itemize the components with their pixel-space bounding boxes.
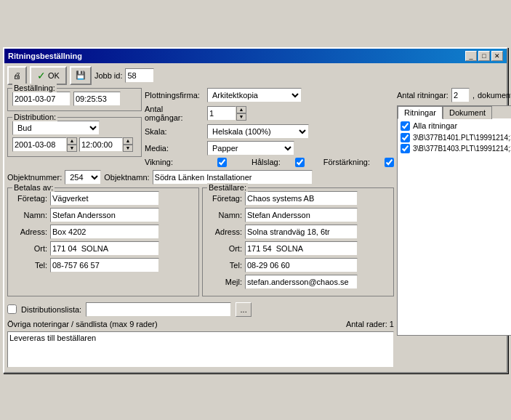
time-spin-down[interactable]: ▼ [123,145,133,152]
skala-label: Skala: [145,127,203,136]
betalas-namn-row: Namn: [12,208,194,222]
content-area: 🖨 ✓ OK 💾 Jobb id: Beställnin [4,63,507,372]
toolbar: 🖨 ✓ OK 💾 Jobb id: [7,66,504,85]
ovriga-textarea[interactable] [7,331,394,368]
ritning-item-1: 3\B\377B1401.PLT\19991214;135820 [401,133,511,142]
save-icon: 💾 [76,70,86,80]
save-button[interactable]: 💾 [70,66,92,85]
ok-label: OK [48,71,60,80]
time-spin-up[interactable]: ▲ [123,137,133,145]
skala-row: Skala: Helskala (100%) [145,124,394,139]
close-button[interactable]: ✕ [491,51,503,61]
alla-ritningar-checkbox[interactable] [401,121,410,131]
bestallare-adress-label: Adress: [207,227,242,236]
betalas-tel-input[interactable] [50,258,159,272]
dokument-comma: , [472,91,475,100]
distribution-time-input[interactable] [79,137,123,152]
betalas-ort-input[interactable] [50,241,159,256]
checkmark-icon: ✓ [37,70,46,81]
bestallare-ort-row: Ort: [207,241,389,256]
vikning-row: Vikning: Hålslag: Förstärkning: [145,158,394,167]
ritning-checkbox-1[interactable] [401,133,410,142]
bestallning-date-input[interactable] [12,92,71,106]
bestallare-mejl-input[interactable] [245,275,358,289]
ok-button[interactable]: ✓ OK [30,66,67,85]
maximize-button[interactable]: □ [478,51,490,61]
antal-ritningar-input[interactable] [451,88,470,102]
jobb-id-input[interactable] [125,68,154,83]
alla-ritningar-row: Alla ritningar [401,121,511,131]
print-icon: 🖨 [13,71,21,80]
date-spin-down[interactable]: ▼ [67,145,77,152]
bestallare-foretag-label: Företag: [207,194,242,203]
betalas-bestallare-section: Betalas av: Företag: Namn: Adress: [7,187,394,299]
media-row: Media: Papper [145,141,394,156]
bestallare-adress-row: Adress: [207,225,389,239]
betalas-namn-input[interactable] [50,208,159,222]
bestallare-tel-row: Tel: [207,258,389,272]
distributionslista-input[interactable] [86,302,231,317]
ritning-checkbox-2[interactable] [401,144,410,153]
main-area: Beställning: Distribution: Bud [7,88,504,369]
bestallare-foretag-row: Företag: [207,191,389,206]
tab-panel: Ritningar Dokument Alla ritningar 3\B\37… [397,105,511,336]
antal-omgangar-input[interactable] [207,106,236,121]
browse-button[interactable]: ... [236,302,252,317]
plottfirma-select[interactable]: Arkitektkopia [207,88,302,102]
bestallare-adress-input[interactable] [245,225,358,239]
vikning-checkbox[interactable] [217,158,227,167]
date-spin-up[interactable]: ▲ [67,137,77,145]
bestallare-tel-input[interactable] [245,258,358,272]
antal-rader-label: Antal rader: [346,320,387,328]
minimize-button[interactable]: _ [465,51,477,61]
omgangar-spin-up[interactable]: ▲ [236,106,246,113]
title-bar: Ritningsbeställning _ □ ✕ [4,49,507,63]
tab-ritningar[interactable]: Ritningar [398,106,443,119]
betalas-group-label: Betalas av: [12,183,55,192]
betalas-foretag-input[interactable] [50,191,159,206]
objektnamn-input[interactable] [153,170,313,185]
betalas-foretag-row: Företag: [12,191,194,206]
bestallning-label: Beställning: [12,84,57,92]
left-panel: Beställning: Distribution: Bud [7,88,394,369]
bestallare-foretag-input[interactable] [245,191,358,206]
distribution-type-select[interactable]: Bud [12,121,100,135]
bestallare-group: Beställare: Företag: Namn: Adress: [202,187,394,296]
ritning-path-2: 3\B\377B1403.PLT\19991214;132132 [413,145,511,153]
betalas-adress-label: Adress: [12,227,47,236]
bestallare-ort-input[interactable] [245,241,358,256]
jobb-id-label: Jobb id: [94,71,123,80]
betalas-adress-input[interactable] [50,225,159,239]
bestallning-time-input[interactable] [73,92,121,106]
media-select[interactable]: Papper [207,141,294,156]
bestallare-group-label: Beställare: [207,183,248,192]
plottning-section: Plottningsfirma: Arkitektkopia Antal omg… [145,88,394,167]
antal-ritningar-label: Antal ritningar: [397,91,448,100]
halslag-label: Hålslag: [252,158,281,166]
betalas-ort-label: Ort: [12,244,47,253]
tab-content-ritningar: Alla ritningar 3\B\377B1401.PLT\19991214… [398,118,511,335]
skala-select[interactable]: Helskala (100%) [207,124,309,139]
halslag-checkbox[interactable] [295,158,305,167]
bestallare-namn-label: Namn: [207,211,242,219]
bestallare-ort-label: Ort: [207,244,242,253]
distributionslista-checkbox[interactable] [7,304,17,314]
right-panel: Antal ritningar: , dokument: Ritningar D… [397,88,511,369]
betalas-namn-label: Namn: [12,211,47,219]
objektnummer-select[interactable]: 254 [65,170,101,185]
omgangar-spin-down[interactable]: ▼ [236,113,246,121]
betalas-adress-row: Adress: [12,225,194,239]
time-spinner: ▲ ▼ [123,137,133,152]
bestallare-namn-input[interactable] [245,208,358,222]
tab-dokument[interactable]: Dokument [443,106,492,119]
bestallning-group: Beställning: [7,88,142,111]
ovriga-label: Övriga noteringar / sändlista (max 9 rad… [7,320,158,328]
betalas-tel-label: Tel: [12,261,47,270]
bestallare-mejl-label: Mejl: [207,278,242,286]
distribution-label: Distribution: [12,113,57,121]
distribution-date-input[interactable] [12,137,67,152]
forstärkning-checkbox[interactable] [385,158,394,167]
distribution-group: Distribution: Bud ▲ [7,117,142,157]
vikning-label: Vikning: [145,158,203,166]
print-button[interactable]: 🖨 [7,66,27,85]
